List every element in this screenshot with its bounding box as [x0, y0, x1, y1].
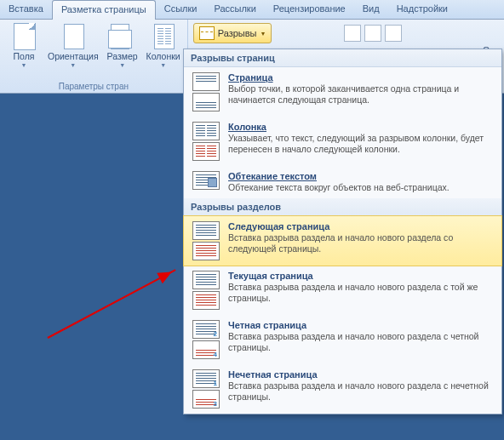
item-title: Следующая страница — [228, 221, 495, 231]
margins-label: Поля — [14, 52, 35, 61]
annotation-arrow — [48, 269, 176, 339]
page-color-icon[interactable] — [364, 25, 381, 42]
columns-label: Колонки — [146, 52, 180, 61]
text-wrapping-icon — [191, 171, 221, 193]
dropdown-icon: ▼ — [21, 62, 27, 68]
menu-item-continuous[interactable]: Текущая страница Вставка разрыва раздела… — [184, 266, 501, 315]
item-desc: Указывает, что текст, следующий за разры… — [228, 133, 495, 155]
orientation-label: Ориентация — [48, 52, 99, 61]
group-label: Параметры стран — [59, 80, 129, 93]
size-label: Размер — [107, 52, 138, 61]
item-desc: Обтекание текста вокруг объектов на веб-… — [228, 182, 495, 193]
menu-item-even-page[interactable]: 24 Четная страница Вставка разрыва разде… — [184, 315, 501, 364]
breaks-icon — [199, 26, 215, 40]
tab-page-layout[interactable]: Разметка страницы — [52, 0, 156, 20]
margins-button[interactable]: Поля ▼ — [3, 21, 44, 70]
watermark-icon[interactable] — [344, 25, 361, 42]
ribbon-tabs: Вставка Разметка страницы Ссылки Рассылк… — [0, 0, 504, 20]
breaks-button[interactable]: Разрывы ▼ — [193, 23, 272, 43]
tab-review[interactable]: Рецензирование — [265, 0, 354, 19]
section-breaks-header: Разрывы разделов — [184, 198, 501, 216]
item-title: Текущая страница — [228, 271, 495, 281]
word-window: Вставка Разметка страницы Ссылки Рассылк… — [0, 0, 504, 440]
tab-addins[interactable]: Надстройки — [388, 0, 456, 19]
misc-icons — [339, 20, 407, 47]
size-icon — [109, 23, 136, 50]
size-button[interactable]: Размер ▼ — [102, 21, 143, 70]
item-desc: Вставка разрыва раздела и начало нового … — [228, 232, 495, 254]
item-desc: Вставка разрыва раздела и начало нового … — [228, 380, 495, 403]
dropdown-icon: ▼ — [260, 31, 266, 37]
next-page-icon — [191, 221, 221, 260]
odd-page-icon: 13 — [191, 369, 221, 409]
margins-icon — [10, 23, 37, 50]
dropdown-icon: ▼ — [70, 62, 76, 68]
page-breaks-header: Разрывы страниц — [184, 49, 501, 67]
page-borders-icon[interactable] — [385, 25, 402, 42]
continuous-icon — [191, 271, 221, 310]
breaks-label: Разрывы — [218, 28, 257, 38]
tab-links[interactable]: Ссылки — [156, 0, 206, 19]
item-title: Обтекание текстом — [228, 171, 495, 181]
item-title: Нечетная страница — [228, 369, 495, 380]
item-desc: Вставка разрыва раздела и начало нового … — [228, 282, 495, 304]
menu-item-text-wrapping[interactable]: Обтекание текстом Обтекание текста вокру… — [184, 166, 501, 198]
columns-icon — [150, 23, 177, 50]
item-title: Четная страница — [228, 320, 495, 330]
menu-item-odd-page[interactable]: 13 Нечетная страница Вставка разрыва раз… — [184, 364, 501, 414]
menu-item-column-break[interactable]: Колонка Указывает, что текст, следующий … — [184, 117, 501, 166]
item-title: Страница — [228, 72, 495, 83]
tab-insert[interactable]: Вставка — [0, 0, 52, 19]
dropdown-icon: ▼ — [160, 62, 166, 68]
tab-mailings[interactable]: Рассылки — [205, 0, 264, 19]
orientation-button[interactable]: Ориентация ▼ — [44, 21, 102, 70]
item-title: Колонка — [228, 122, 495, 132]
group-page-setup: Поля ▼ Ориентация ▼ Размер ▼ Колонки ▼ — [0, 20, 188, 93]
breaks-menu: Разрывы страниц Страница Выбор точки, в … — [183, 49, 502, 414]
menu-item-page-break[interactable]: Страница Выбор точки, в которой заканчив… — [184, 67, 501, 117]
column-break-icon — [191, 122, 221, 161]
item-desc: Выбор точки, в которой заканчивается одн… — [228, 83, 495, 106]
menu-item-next-page[interactable]: Следующая страница Вставка разрыва разде… — [183, 215, 502, 266]
item-desc: Вставка разрыва раздела и начало нового … — [228, 331, 495, 353]
columns-button[interactable]: Колонки ▼ — [143, 21, 184, 70]
dropdown-icon: ▼ — [119, 62, 125, 68]
orientation-icon — [60, 23, 87, 50]
tab-view[interactable]: Вид — [354, 0, 388, 19]
even-page-icon: 24 — [191, 320, 221, 359]
page-break-icon — [191, 72, 221, 111]
